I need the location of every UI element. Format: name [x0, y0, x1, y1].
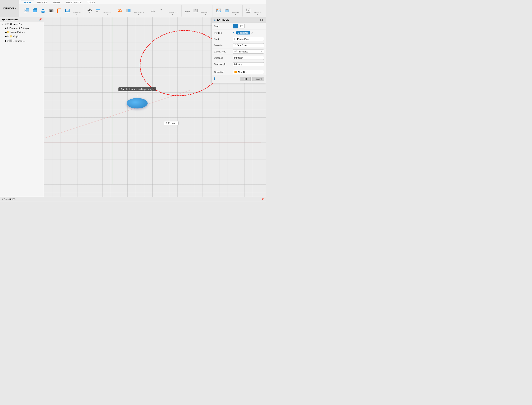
tool-decal[interactable]: [223, 7, 231, 14]
svg-rect-16: [96, 11, 98, 12]
extrude-taper-row: Taper Angle 0.0 deg: [212, 61, 266, 67]
svg-marker-13: [91, 10, 92, 12]
tab-mesh[interactable]: MESH: [50, 0, 63, 4]
section-analysis-icon: [193, 8, 198, 14]
tool-move[interactable]: [85, 7, 94, 14]
visibility-icon[interactable]: 👁: [5, 23, 7, 25]
browser-item-named-views[interactable]: ▶ 📁 Named Views: [0, 30, 44, 34]
extent-type-label: Extent Type: [214, 50, 233, 53]
tooltip: Specify distance and taper angle: [118, 87, 156, 91]
distance-options-button[interactable]: ⋮: [179, 122, 182, 125]
browser-pin-icon[interactable]: 📌: [39, 18, 42, 21]
browser-item-doc-settings[interactable]: ▶ ⚙ Document Settings: [0, 26, 44, 30]
inspect-group-label: INSPECT ▾: [200, 12, 211, 16]
profiles-clear-button[interactable]: ✕: [251, 31, 253, 34]
browser-panel: ◀◀ BROWSER 📌 ▼ 👁 □ (Unsaved) ● ▶ ⚙ Docum…: [0, 17, 44, 197]
operation-value-text: New Body: [238, 71, 249, 73]
tool-insert-image[interactable]: [214, 7, 223, 14]
tool-revolve[interactable]: [39, 7, 47, 14]
svg-point-7: [50, 10, 52, 12]
comments-pin-icon[interactable]: 📌: [261, 198, 264, 201]
operation-dropdown[interactable]: 🟧 New Body ▾: [233, 70, 264, 74]
toolbar: DESIGN ▾ SOLID SURFACE MESH SHEET METAL …: [0, 0, 266, 17]
type-surface-button[interactable]: [239, 24, 244, 28]
tool-construct2[interactable]: [157, 7, 165, 14]
tool-group-modify: MODIFY ▾: [84, 5, 114, 16]
sketch-profile[interactable]: [127, 98, 148, 108]
tool-joint[interactable]: [116, 7, 124, 14]
svg-marker-12: [87, 10, 89, 12]
extrude-profiles-row: Profiles ↖ 1 selected ✕: [212, 30, 266, 36]
sketches-visibility-icon[interactable]: 👁: [7, 40, 9, 42]
tool-align[interactable]: [94, 7, 102, 14]
start-dropdown[interactable]: ⊢ Profile Plane ▾: [233, 37, 264, 41]
tab-tools[interactable]: TOOLS: [85, 0, 98, 4]
tab-sheet-metal[interactable]: SHEET METAL: [63, 0, 84, 4]
viewport[interactable]: Specify distance and taper angle ↑ 0.00 …: [44, 17, 266, 197]
extrude-extent-type-row: Extent Type ⊣⊢ Distance ▾: [212, 48, 266, 55]
extrude-arrow-up[interactable]: ↑: [136, 93, 138, 98]
taper-angle-field[interactable]: 0.0 deg: [233, 62, 264, 66]
distance-field[interactable]: 0.00 mm: [233, 56, 264, 60]
svg-rect-53: [234, 25, 237, 27]
info-icon[interactable]: ℹ: [214, 77, 215, 81]
ok-button[interactable]: OK: [240, 77, 250, 81]
distance-label: Distance: [214, 57, 233, 59]
tool-group-select: SELECT ▾: [243, 5, 264, 16]
settings-gear-icon: ⚙: [7, 27, 9, 29]
distance-input[interactable]: 0.00 mm: [164, 121, 178, 125]
profiles-selected-badge[interactable]: 1 selected: [236, 31, 250, 34]
insert-image-icon: [216, 8, 222, 14]
profiles-label: Profiles: [214, 32, 233, 34]
extrude-icon: [32, 8, 38, 14]
construct-group-label: CONSTRUCT ▾: [165, 12, 180, 16]
tool-fillet[interactable]: [55, 7, 64, 14]
tool-shell[interactable]: [64, 7, 72, 14]
svg-rect-3: [33, 10, 37, 12]
extrude-panel-footer: ℹ OK Cancel: [212, 75, 266, 83]
cancel-button[interactable]: Cancel: [252, 77, 264, 81]
tool-hole[interactable]: [47, 7, 55, 14]
direction-dropdown[interactable]: ↗ One Side ▾: [233, 43, 264, 47]
tree-expand-icon: ▼: [2, 23, 4, 25]
sketches-folder-icon: [9, 39, 12, 43]
svg-marker-34: [226, 9, 228, 10]
distance-field-value: 0.00 mm: [234, 57, 243, 59]
align-icon: [95, 8, 101, 14]
svg-marker-24: [161, 9, 162, 10]
start-label: Start: [214, 38, 233, 40]
tool-select[interactable]: [244, 7, 252, 14]
direction-icon: ↗: [234, 44, 236, 47]
tool-measure[interactable]: [183, 7, 191, 14]
extrude-distance-row: Distance 0.00 mm: [212, 55, 266, 61]
browser-item-sketches[interactable]: ▶ 👁 Sketches .....: [0, 39, 44, 43]
origin-visibility-icon[interactable]: 👁: [7, 35, 9, 38]
browser-title: BROWSER: [6, 18, 18, 21]
extent-type-control: ⊣⊢ Distance ▾: [233, 49, 264, 54]
design-button[interactable]: DESIGN ▾: [0, 0, 19, 17]
tool-extrude[interactable]: [31, 7, 39, 14]
direction-label: Direction: [214, 44, 233, 47]
tool-construct1[interactable]: [149, 7, 157, 14]
move-icon: [87, 8, 93, 14]
tool-section-analysis[interactable]: [192, 7, 200, 14]
extent-type-dropdown[interactable]: ⊣⊢ Distance ▾: [233, 49, 264, 54]
tab-solid[interactable]: SOLID: [21, 0, 34, 4]
tool-new-component[interactable]: +: [23, 7, 31, 14]
design-label: DESIGN: [3, 7, 14, 10]
extrude-expand-button[interactable]: ▶▶: [260, 18, 264, 21]
start-value-text: Profile Plane: [237, 38, 250, 40]
browser-collapse-icon[interactable]: ◀◀: [2, 18, 5, 21]
browser-item-unsaved[interactable]: ▼ 👁 □ (Unsaved) ●: [0, 22, 44, 26]
assemble-group-label: ASSEMBLE ▾: [132, 12, 145, 16]
fillet-icon: [56, 8, 62, 14]
browser-header: ◀◀ BROWSER 📌: [0, 17, 44, 22]
tool-as-built-joint[interactable]: [124, 7, 132, 14]
browser-item-origin[interactable]: ▶ 👁 📁 Origin: [0, 34, 44, 39]
distance-control: 0.00 mm: [233, 56, 264, 60]
type-solid-button[interactable]: [233, 24, 238, 28]
joint-icon: [117, 8, 123, 14]
tab-surface[interactable]: SURFACE: [34, 0, 50, 4]
toolbar-main: SOLID SURFACE MESH SHEET METAL TOOLS +: [19, 0, 266, 17]
select-group-label: SELECT ▾: [252, 12, 263, 16]
